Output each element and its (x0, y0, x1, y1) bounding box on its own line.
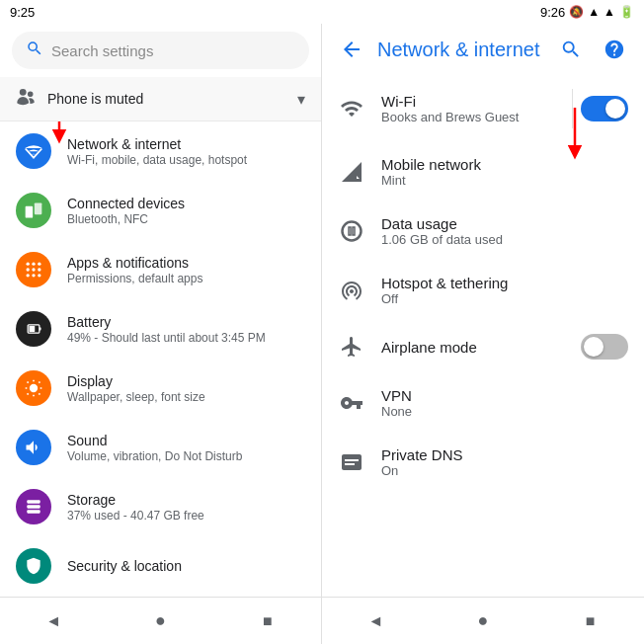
mobile-icon (338, 160, 365, 184)
right-panel: Network & internet Wi-Fi Books and Brews… (322, 24, 644, 644)
hotspot-title: Hotspot & tethering (381, 275, 628, 291)
svg-rect-1 (26, 206, 34, 218)
svg-rect-14 (29, 326, 35, 332)
sound-icon-circle (16, 430, 51, 465)
connected-item-text: Connected devices Bluetooth, NFC (67, 196, 305, 226)
network-item-hotspot[interactable]: Hotspot & tethering Off (322, 261, 644, 320)
recents-button-right[interactable]: ■ (567, 598, 614, 645)
svg-point-8 (38, 268, 40, 271)
svg-rect-13 (40, 327, 41, 330)
network-item-data-usage[interactable]: Data usage 1.06 GB of data used (322, 201, 644, 261)
security-title: Security & location (67, 558, 305, 574)
settings-item-security[interactable]: Security & location (0, 536, 321, 596)
security-item-text: Security & location (67, 558, 305, 574)
main-content: Search settings Phone is muted ▾ Network (0, 24, 644, 644)
svg-point-5 (38, 263, 40, 266)
wifi-subtitle: Books and Brews Guest (381, 110, 556, 124)
right-time: 9:26 (540, 5, 565, 20)
recents-button-left[interactable]: ■ (244, 598, 291, 645)
right-panel-title: Network & internet (377, 39, 545, 61)
airplane-toggle-thumb (584, 337, 604, 357)
svg-rect-16 (27, 500, 40, 503)
display-title: Display (67, 373, 305, 389)
dns-title: Private DNS (381, 446, 628, 463)
right-back-button[interactable] (334, 32, 369, 67)
svg-point-4 (32, 263, 35, 266)
back-button-left[interactable]: ◄ (30, 598, 77, 645)
right-help-button[interactable] (597, 32, 632, 67)
display-subtitle: Wallpaper, sleep, font size (67, 390, 305, 404)
battery-title: Battery (67, 314, 305, 330)
network-item-text: Network & internet Wi-Fi, mobile, data u… (67, 136, 305, 167)
battery-subtitle: 49% - Should last until about 3:45 PM (67, 331, 305, 345)
network-list: Wi-Fi Books and Brews Guest Mobile netwo… (322, 75, 644, 597)
wifi-status-icon: ▲ (588, 5, 600, 19)
apps-title: Apps & notifications (67, 255, 305, 271)
network-item-airplane[interactable]: Airplane mode (322, 320, 644, 373)
wifi-toggle[interactable] (581, 96, 628, 121)
wifi-toggle-thumb (605, 99, 625, 119)
signal-icon: ▲ (604, 5, 615, 19)
settings-list: Network & internet Wi-Fi, mobile, data u… (0, 121, 321, 597)
vpn-title: VPN (381, 387, 628, 404)
apps-icon-circle (16, 252, 51, 287)
apps-item-text: Apps & notifications Permissions, defaul… (67, 255, 305, 285)
settings-item-network[interactable]: Network & internet Wi-Fi, mobile, data u… (0, 121, 321, 181)
settings-item-sound[interactable]: Sound Volume, vibration, Do Not Disturb (0, 418, 321, 477)
svg-point-7 (32, 268, 35, 271)
left-bottom-nav: ◄ ● ■ (0, 597, 321, 644)
airplane-title: Airplane mode (381, 339, 565, 356)
storage-icon-circle (16, 489, 51, 524)
status-bars: 9:25 9:26 🔕 ▲ ▲ 🔋 (0, 0, 644, 24)
svg-point-20 (343, 222, 361, 240)
settings-item-apps[interactable]: Apps & notifications Permissions, defaul… (0, 240, 321, 299)
wifi-title: Wi-Fi (381, 93, 556, 110)
wifi-icon (338, 97, 365, 121)
svg-point-3 (27, 263, 30, 266)
network-item-vpn[interactable]: VPN None (322, 373, 644, 433)
storage-item-text: Storage 37% used - 40.47 GB free (67, 492, 305, 523)
search-icon (26, 40, 43, 61)
home-button-right[interactable]: ● (459, 598, 507, 645)
right-status-bar: 9:26 🔕 ▲ ▲ 🔋 (322, 0, 644, 24)
expand-icon: ▾ (297, 90, 305, 109)
data-usage-title: Data usage (381, 215, 628, 232)
battery-item-text: Battery 49% - Should last until about 3:… (67, 314, 305, 345)
airplane-toggle[interactable] (581, 334, 628, 360)
network-item-dns[interactable]: Private DNS On (322, 433, 644, 492)
storage-title: Storage (67, 492, 305, 508)
settings-item-storage[interactable]: Storage 37% used - 40.47 GB free (0, 477, 321, 536)
battery-icon-circle (16, 311, 51, 347)
wifi-divider (572, 89, 573, 128)
hotspot-subtitle: Off (381, 291, 628, 306)
svg-point-6 (27, 268, 30, 271)
vpn-icon (338, 391, 365, 415)
settings-item-battery[interactable]: Battery 49% - Should last until about 3:… (0, 299, 321, 359)
mobile-subtitle: Mint (381, 173, 628, 188)
home-button-left[interactable]: ● (136, 598, 184, 645)
mute-bell-icon (16, 87, 36, 111)
connected-subtitle: Bluetooth, NFC (67, 212, 305, 226)
muted-banner[interactable]: Phone is muted ▾ (0, 77, 321, 121)
svg-rect-2 (35, 203, 42, 215)
back-button-right[interactable]: ◄ (352, 598, 399, 645)
vpn-subtitle: None (381, 404, 628, 419)
search-input[interactable]: Search settings (51, 42, 153, 59)
security-icon-circle (16, 548, 51, 584)
connected-icon-circle (16, 193, 51, 228)
svg-point-10 (32, 274, 35, 277)
network-item-mobile[interactable]: Mobile network Mint (322, 142, 644, 201)
battery-icon: 🔋 (619, 5, 634, 19)
settings-item-display[interactable]: Display Wallpaper, sleep, font size (0, 359, 321, 418)
display-icon-circle (16, 370, 51, 406)
svg-rect-17 (27, 505, 40, 508)
storage-subtitle: 37% used - 40.47 GB free (67, 509, 305, 523)
sound-item-text: Sound Volume, vibration, Do Not Disturb (67, 433, 305, 463)
right-search-button[interactable] (553, 32, 589, 67)
settings-item-connected[interactable]: Connected devices Bluetooth, NFC (0, 181, 321, 240)
sound-title: Sound (67, 433, 305, 448)
mute-icon: 🔕 (569, 5, 584, 19)
search-bar[interactable]: Search settings (12, 32, 309, 69)
network-item-wifi[interactable]: Wi-Fi Books and Brews Guest (322, 75, 644, 142)
svg-point-9 (27, 274, 30, 277)
